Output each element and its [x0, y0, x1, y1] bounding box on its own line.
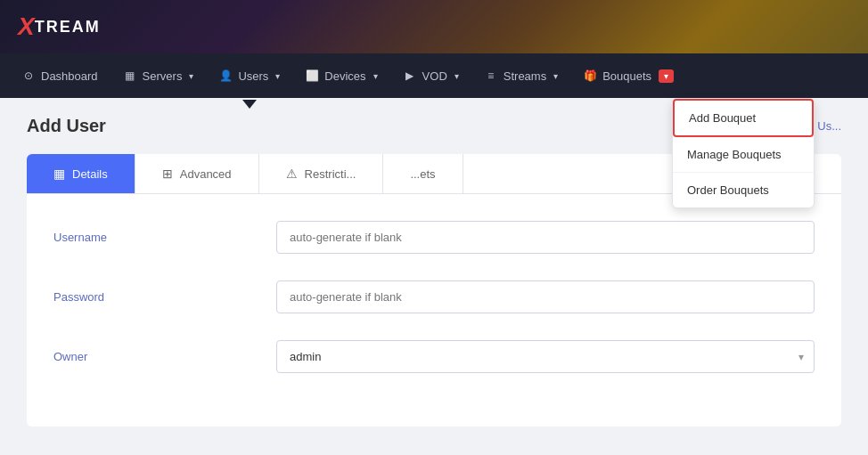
nav-label-vod: VOD — [422, 69, 447, 83]
nav-item-users[interactable]: 👤 Users ▾ — [206, 53, 292, 98]
nav-label-devices: Devices — [324, 69, 365, 83]
users-chevron-icon: ▾ — [275, 71, 280, 81]
tab-details[interactable]: ▦ Details — [27, 154, 135, 193]
logo-x: X — [18, 12, 35, 41]
form-container: Username Password Owner admin ▾ — [27, 194, 841, 427]
bouquets-chevron-button[interactable]: ▾ — [659, 69, 674, 83]
nav-label-streams: Streams — [504, 69, 546, 83]
servers-icon: ▦ — [123, 69, 137, 83]
page-title: Add User — [27, 116, 106, 136]
nav-item-streams[interactable]: ≡ Streams ▾ — [471, 53, 570, 98]
username-row: Username — [53, 221, 815, 254]
nav-label-servers: Servers — [143, 69, 183, 83]
users-icon: 👤 — [218, 69, 233, 83]
nav-item-bouquets[interactable]: 🎁 Bouquets ▾ — [570, 53, 686, 98]
logo: X TREAM — [18, 12, 101, 41]
streams-icon: ≡ — [484, 69, 498, 83]
restrictions-tab-icon: ⚠ — [286, 167, 298, 181]
owner-row: Owner admin ▾ — [53, 340, 815, 373]
tab-bouquets-label: ...ets — [410, 167, 435, 181]
main-nav: ⊙ Dashboard ▦ Servers ▾ 👤 Users ▾ ⬜ Devi… — [0, 53, 868, 98]
vod-icon: ▶ — [403, 69, 417, 83]
username-input[interactable] — [276, 221, 815, 254]
app-header: X TREAM — [0, 0, 868, 53]
owner-select[interactable]: admin — [276, 340, 815, 373]
devices-icon: ⬜ — [305, 69, 319, 83]
logo-text: TREAM — [35, 18, 101, 37]
nav-item-dashboard[interactable]: ⊙ Dashboard — [9, 53, 111, 98]
details-tab-icon: ▦ — [53, 167, 65, 181]
nav-label-dashboard: Dashboard — [41, 69, 98, 83]
password-label: Password — [53, 290, 276, 304]
nav-label-users: Users — [238, 69, 268, 83]
nav-item-servers[interactable]: ▦ Servers ▾ — [111, 53, 207, 98]
tab-advanced-label: Advanced — [180, 167, 232, 181]
owner-select-wrapper: admin ▾ — [276, 340, 815, 373]
dashboard-icon: ⊙ — [21, 69, 36, 83]
nav-label-bouquets: Bouquets — [602, 69, 651, 83]
devices-chevron-icon: ▾ — [373, 71, 378, 81]
tab-advanced[interactable]: ⊞ Advanced — [135, 154, 259, 193]
bouquets-icon: 🎁 — [583, 69, 597, 83]
dropdown-item-order-bouquets[interactable]: Order Bouquets — [673, 173, 814, 207]
tab-restrictions-label: Restricti... — [305, 167, 356, 181]
streams-chevron-icon: ▾ — [553, 71, 558, 81]
dropdown-item-manage-bouquets[interactable]: Manage Bouquets — [673, 137, 814, 173]
password-row: Password — [53, 280, 815, 313]
vod-chevron-icon: ▾ — [454, 71, 459, 81]
tab-bouquets[interactable]: ...ets — [383, 154, 463, 193]
servers-chevron-icon: ▾ — [189, 71, 193, 81]
advanced-tab-icon: ⊞ — [162, 167, 173, 181]
bouquet-dropdown: Add Bouquet Manage Bouquets Order Bouque… — [672, 98, 815, 208]
dropdown-item-add-bouquet[interactable]: Add Bouquet — [673, 99, 814, 137]
owner-label: Owner — [53, 350, 276, 363]
nav-item-devices[interactable]: ⬜ Devices ▾ — [292, 53, 389, 98]
tab-restrictions[interactable]: ⚠ Restricti... — [259, 154, 384, 193]
password-input[interactable] — [276, 280, 815, 313]
username-label: Username — [53, 231, 276, 244]
tab-details-label: Details — [72, 167, 108, 181]
nav-item-vod[interactable]: ▶ VOD ▾ — [390, 53, 471, 98]
